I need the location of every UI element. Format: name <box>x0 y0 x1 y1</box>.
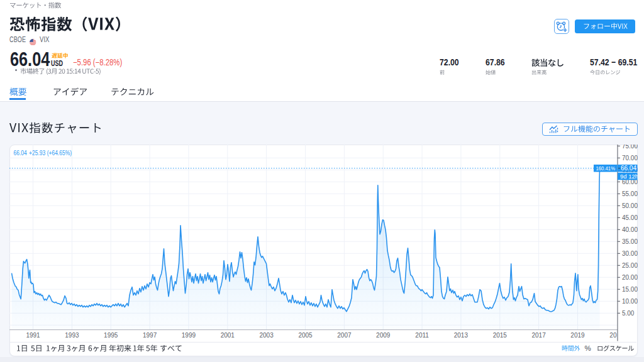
svg-text:2019: 2019 <box>570 332 585 339</box>
svg-text:1993: 1993 <box>65 332 79 339</box>
svg-text:2003: 2003 <box>259 332 274 339</box>
svg-text:1997: 1997 <box>143 332 157 339</box>
svg-text:55.00: 55.00 <box>622 190 638 197</box>
svg-text:2011: 2011 <box>415 332 429 339</box>
svg-text:5.00: 5.00 <box>622 310 635 317</box>
svg-text:1991: 1991 <box>26 332 40 339</box>
svg-text:2007: 2007 <box>337 332 352 339</box>
svg-text:2001: 2001 <box>221 332 235 339</box>
svg-text:15.00: 15.00 <box>622 286 638 293</box>
svg-text:75.00: 75.00 <box>622 145 638 150</box>
svg-text:2009: 2009 <box>376 332 391 339</box>
svg-text:2015: 2015 <box>493 332 508 339</box>
svg-text:25.00: 25.00 <box>622 262 638 269</box>
svg-text:66.04: 66.04 <box>621 165 636 172</box>
svg-text:2013: 2013 <box>454 332 469 339</box>
svg-text:30.00: 30.00 <box>622 250 638 257</box>
svg-text:1999: 1999 <box>182 332 196 339</box>
svg-text:2017: 2017 <box>531 332 546 339</box>
svg-text:45.00: 45.00 <box>622 214 638 221</box>
svg-text:2005: 2005 <box>298 332 313 339</box>
svg-text:20: 20 <box>609 332 617 339</box>
svg-text:160.41%: 160.41% <box>596 165 616 172</box>
svg-text:9d 12h: 9d 12h <box>620 173 638 180</box>
svg-text:40.00: 40.00 <box>622 226 638 233</box>
svg-text:66.04 +25.93 (+64.65%): 66.04 +25.93 (+64.65%) <box>14 150 72 156</box>
svg-text:50.00: 50.00 <box>622 202 638 209</box>
svg-text:35.00: 35.00 <box>622 238 638 245</box>
svg-text:10.00: 10.00 <box>622 298 638 305</box>
svg-text:70.00: 70.00 <box>622 155 638 162</box>
svg-text:20.00: 20.00 <box>622 274 638 281</box>
svg-text:1995: 1995 <box>104 332 118 339</box>
